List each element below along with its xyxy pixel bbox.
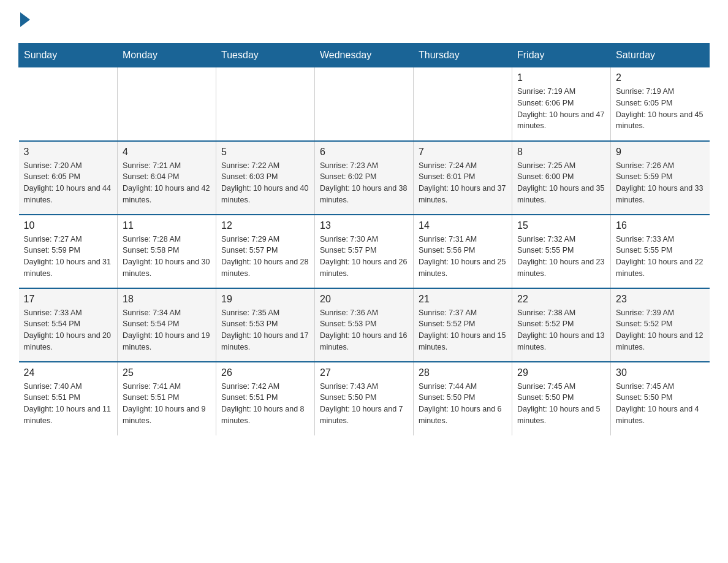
day-number: 9 (616, 147, 705, 158)
day-number: 16 (616, 220, 705, 231)
day-info: Sunrise: 7:43 AMSunset: 5:50 PMDaylight:… (320, 381, 408, 427)
calendar-cell: 8Sunrise: 7:25 AMSunset: 6:00 PMDaylight… (512, 141, 611, 215)
day-info: Sunrise: 7:28 AMSunset: 5:58 PMDaylight:… (123, 234, 211, 280)
calendar-cell: 24Sunrise: 7:40 AMSunset: 5:51 PMDayligh… (19, 362, 118, 435)
day-info: Sunrise: 7:32 AMSunset: 5:55 PMDaylight:… (517, 234, 605, 280)
day-number: 27 (320, 367, 408, 378)
calendar-cell: 15Sunrise: 7:32 AMSunset: 5:55 PMDayligh… (512, 215, 611, 288)
day-info: Sunrise: 7:21 AMSunset: 6:04 PMDaylight:… (123, 160, 211, 206)
day-number: 14 (419, 220, 507, 231)
day-number: 11 (123, 220, 211, 231)
calendar-cell: 3Sunrise: 7:20 AMSunset: 6:05 PMDaylight… (19, 141, 118, 215)
day-number: 6 (320, 147, 408, 158)
day-info: Sunrise: 7:26 AMSunset: 5:59 PMDaylight:… (616, 160, 705, 206)
logo-row (18, 12, 30, 31)
day-number: 4 (123, 147, 211, 158)
day-info: Sunrise: 7:31 AMSunset: 5:56 PMDaylight:… (419, 234, 507, 280)
day-number: 2 (616, 72, 705, 83)
calendar-week-row: 3Sunrise: 7:20 AMSunset: 6:05 PMDaylight… (19, 141, 710, 215)
logo-arrow-icon (20, 12, 30, 27)
calendar-cell: 21Sunrise: 7:37 AMSunset: 5:52 PMDayligh… (414, 288, 512, 362)
calendar-cell: 27Sunrise: 7:43 AMSunset: 5:50 PMDayligh… (315, 362, 414, 435)
calendar-cell: 16Sunrise: 7:33 AMSunset: 5:55 PMDayligh… (611, 215, 710, 288)
header-row: Sunday Monday Tuesday Wednesday Thursday… (19, 44, 710, 67)
calendar-week-row: 10Sunrise: 7:27 AMSunset: 5:59 PMDayligh… (19, 215, 710, 288)
day-info: Sunrise: 7:39 AMSunset: 5:52 PMDaylight:… (616, 307, 705, 353)
col-sunday: Sunday (19, 44, 118, 67)
day-number: 22 (517, 294, 605, 305)
day-info: Sunrise: 7:19 AMSunset: 6:06 PMDaylight:… (517, 86, 605, 132)
calendar-cell: 17Sunrise: 7:33 AMSunset: 5:54 PMDayligh… (19, 288, 118, 362)
calendar-cell: 13Sunrise: 7:30 AMSunset: 5:57 PMDayligh… (315, 215, 414, 288)
calendar-week-row: 1Sunrise: 7:19 AMSunset: 6:06 PMDaylight… (19, 67, 710, 141)
calendar-cell: 25Sunrise: 7:41 AMSunset: 5:51 PMDayligh… (118, 362, 216, 435)
calendar-cell: 1Sunrise: 7:19 AMSunset: 6:06 PMDaylight… (512, 67, 611, 141)
day-info: Sunrise: 7:42 AMSunset: 5:51 PMDaylight:… (221, 381, 309, 427)
day-number: 5 (221, 147, 309, 158)
calendar-cell: 28Sunrise: 7:44 AMSunset: 5:50 PMDayligh… (414, 362, 512, 435)
day-number: 17 (24, 294, 113, 305)
day-info: Sunrise: 7:33 AMSunset: 5:55 PMDaylight:… (616, 234, 705, 280)
day-number: 21 (419, 294, 507, 305)
day-info: Sunrise: 7:24 AMSunset: 6:01 PMDaylight:… (419, 160, 507, 206)
day-info: Sunrise: 7:34 AMSunset: 5:54 PMDaylight:… (123, 307, 211, 353)
calendar-cell: 14Sunrise: 7:31 AMSunset: 5:56 PMDayligh… (414, 215, 512, 288)
day-info: Sunrise: 7:25 AMSunset: 6:00 PMDaylight:… (517, 160, 605, 206)
calendar-table: Sunday Monday Tuesday Wednesday Thursday… (18, 43, 710, 435)
day-info: Sunrise: 7:33 AMSunset: 5:54 PMDaylight:… (24, 307, 113, 353)
calendar-week-row: 24Sunrise: 7:40 AMSunset: 5:51 PMDayligh… (19, 362, 710, 435)
day-number: 7 (419, 147, 507, 158)
day-number: 13 (320, 220, 408, 231)
calendar-cell: 26Sunrise: 7:42 AMSunset: 5:51 PMDayligh… (216, 362, 315, 435)
day-info: Sunrise: 7:41 AMSunset: 5:51 PMDaylight:… (123, 381, 211, 427)
day-info: Sunrise: 7:36 AMSunset: 5:53 PMDaylight:… (320, 307, 408, 353)
calendar-cell: 20Sunrise: 7:36 AMSunset: 5:53 PMDayligh… (315, 288, 414, 362)
calendar-cell: 11Sunrise: 7:28 AMSunset: 5:58 PMDayligh… (118, 215, 216, 288)
calendar-cell: 23Sunrise: 7:39 AMSunset: 5:52 PMDayligh… (611, 288, 710, 362)
day-number: 8 (517, 147, 605, 158)
col-wednesday: Wednesday (315, 44, 414, 67)
day-number: 15 (517, 220, 605, 231)
day-number: 12 (221, 220, 309, 231)
day-info: Sunrise: 7:27 AMSunset: 5:59 PMDaylight:… (24, 234, 113, 280)
col-thursday: Thursday (414, 44, 512, 67)
calendar-cell (118, 67, 216, 141)
day-number: 29 (517, 367, 605, 378)
day-number: 19 (221, 294, 309, 305)
col-tuesday: Tuesday (216, 44, 315, 67)
day-info: Sunrise: 7:45 AMSunset: 5:50 PMDaylight:… (517, 381, 605, 427)
day-info: Sunrise: 7:20 AMSunset: 6:05 PMDaylight:… (24, 160, 113, 206)
day-info: Sunrise: 7:45 AMSunset: 5:50 PMDaylight:… (616, 381, 705, 427)
day-info: Sunrise: 7:37 AMSunset: 5:52 PMDaylight:… (419, 307, 507, 353)
day-info: Sunrise: 7:44 AMSunset: 5:50 PMDaylight:… (419, 381, 507, 427)
day-number: 24 (24, 367, 113, 378)
calendar-cell: 29Sunrise: 7:45 AMSunset: 5:50 PMDayligh… (512, 362, 611, 435)
day-number: 18 (123, 294, 211, 305)
calendar-cell (19, 67, 118, 141)
day-number: 10 (24, 220, 113, 231)
calendar-body: 1Sunrise: 7:19 AMSunset: 6:06 PMDaylight… (19, 67, 710, 435)
day-number: 26 (221, 367, 309, 378)
day-number: 20 (320, 294, 408, 305)
day-info: Sunrise: 7:40 AMSunset: 5:51 PMDaylight:… (24, 381, 113, 427)
day-info: Sunrise: 7:29 AMSunset: 5:57 PMDaylight:… (221, 234, 309, 280)
day-number: 25 (123, 367, 211, 378)
day-info: Sunrise: 7:30 AMSunset: 5:57 PMDaylight:… (320, 234, 408, 280)
calendar-cell (216, 67, 315, 141)
calendar-cell: 10Sunrise: 7:27 AMSunset: 5:59 PMDayligh… (19, 215, 118, 288)
day-number: 30 (616, 367, 705, 378)
day-number: 1 (517, 72, 605, 83)
calendar-cell: 30Sunrise: 7:45 AMSunset: 5:50 PMDayligh… (611, 362, 710, 435)
day-info: Sunrise: 7:19 AMSunset: 6:05 PMDaylight:… (616, 86, 705, 132)
day-number: 3 (24, 147, 113, 158)
page-header (18, 12, 710, 31)
calendar-cell (315, 67, 414, 141)
calendar-header: Sunday Monday Tuesday Wednesday Thursday… (19, 44, 710, 67)
calendar-cell: 9Sunrise: 7:26 AMSunset: 5:59 PMDaylight… (611, 141, 710, 215)
calendar-cell: 19Sunrise: 7:35 AMSunset: 5:53 PMDayligh… (216, 288, 315, 362)
calendar-cell: 6Sunrise: 7:23 AMSunset: 6:02 PMDaylight… (315, 141, 414, 215)
calendar-cell: 18Sunrise: 7:34 AMSunset: 5:54 PMDayligh… (118, 288, 216, 362)
day-info: Sunrise: 7:23 AMSunset: 6:02 PMDaylight:… (320, 160, 408, 206)
day-info: Sunrise: 7:22 AMSunset: 6:03 PMDaylight:… (221, 160, 309, 206)
calendar-cell: 4Sunrise: 7:21 AMSunset: 6:04 PMDaylight… (118, 141, 216, 215)
